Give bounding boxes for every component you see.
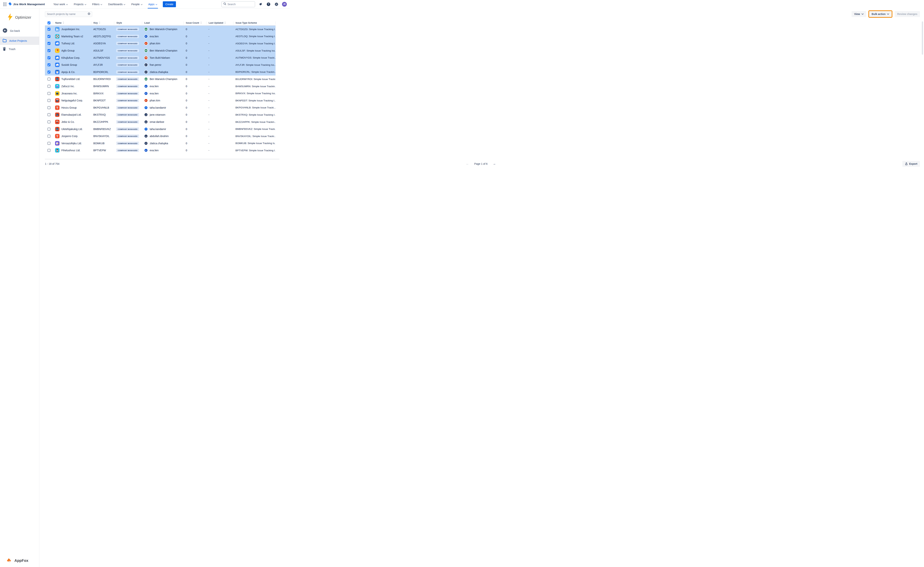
project-key-cell: BOMKUB — [91, 142, 114, 145]
row-checkbox[interactable] — [48, 78, 50, 81]
table-row[interactable]: Uletefojakukig Ltd.BMBNFBSVKZCOMPANY MAN… — [45, 125, 275, 133]
issue-type-scheme-cell: ACTDGZG: Simple Issue Tracking I... — [233, 28, 275, 31]
issue-type-scheme: ACTDGZG: Simple Issue Tracking I... — [236, 28, 275, 31]
nav-item-your-work[interactable]: Your work — [50, 0, 71, 9]
project-key: BPTVEPW — [93, 149, 106, 152]
app-switcher-icon[interactable] — [2, 0, 8, 9]
table-row[interactable]: Etamubazjod Ltd.BKSTRXQCOMPANY MANAGEDJj… — [45, 111, 275, 118]
issue-type-scheme-cell: BMBNFBSVKZ: Simple Issue Track... — [233, 128, 275, 130]
nav-item-filters[interactable]: Filters — [89, 0, 105, 9]
row-checkbox[interactable] — [48, 28, 50, 31]
table-row[interactable]: Hovzu GroupBKPGVHNLBCOMPANY MANAGEDTtaha… — [45, 104, 275, 111]
row-checkbox[interactable] — [48, 85, 50, 88]
row-checkbox[interactable] — [48, 49, 50, 52]
row-checkbox[interactable] — [48, 135, 50, 138]
row-checkbox[interactable] — [48, 142, 50, 145]
row-checkbox[interactable] — [48, 92, 50, 95]
table-row[interactable]: Josjanro Corp.BNVSKAYOILCOMPANY MANAGEDA… — [45, 133, 275, 140]
sidebar-item-trash[interactable]: Trash — [0, 45, 39, 53]
table-row[interactable]: Apoju & Co.BDPIORCRLCOMPANY MANAGEDZzlat… — [45, 69, 275, 76]
announcements-icon[interactable] — [258, 2, 263, 7]
table-row[interactable]: Nelgutagaful Corp.BKNPDDTCOMPANY MANAGED… — [45, 97, 275, 104]
create-button[interactable]: Create — [163, 1, 176, 7]
project-lead-cell: Eeva.lien — [142, 92, 183, 95]
table-row[interactable]: Susiok GroupAYLFJRCOMPANY MANAGEDFfran.p… — [45, 62, 275, 69]
table-row[interactable]: Vensazofojku Ltd.BOMKUBCOMPANY MANAGEDZz… — [45, 140, 275, 147]
row-checkbox[interactable] — [48, 35, 50, 38]
project-name: Kihujlufuw Corp. — [62, 56, 80, 59]
sort-arrows-icon[interactable] — [63, 22, 64, 24]
table-row[interactable]: Jebiz & Co.BKZZJHPPKCOMPANY MANAGEDOomar… — [45, 118, 275, 126]
jira-brand[interactable]: Jira Work Management — [9, 2, 45, 6]
project-search-input[interactable] — [47, 12, 87, 15]
issue-type-scheme-cell: BHWSUMRN: Simple Issue Trackin... — [233, 85, 275, 88]
table-row[interactable]: Marketing Team v2AEOTLOQTFGCOMPANY MANAG… — [45, 33, 275, 40]
table-row[interactable]: Jinaceara Inc.BIRKIVXCOMPANY MANAGEDEeva… — [45, 90, 275, 97]
table-body: Juupobejani Inc.ACTDGZGCOMPANY MANAGEDBW… — [45, 26, 275, 154]
ufo-icon — [55, 84, 60, 88]
table-row[interactable]: Kihujlufuw Corp.AUTMOVYGSCOMPANY MANAGED… — [45, 54, 275, 62]
optimizer-brand: Optimizer — [0, 9, 39, 26]
column-header-last-updated[interactable]: Last Updated — [206, 21, 233, 25]
help-icon[interactable]: ? — [266, 2, 271, 7]
style-badge: COMPANY MANAGED — [116, 106, 139, 110]
go-back-button[interactable]: Go back — [0, 26, 39, 37]
project-style-cell: COMPANY MANAGED — [114, 148, 142, 152]
table-row[interactable]: Tujifunekbel Ltd.BGJORMYROICOMPANY MANAG… — [45, 75, 275, 83]
column-header-issue-count[interactable]: Issue Count — [183, 21, 206, 25]
table-row[interactable]: Tuthooj Ltd.ASOEGYACOMPANY MANAGEDPphan.… — [45, 40, 275, 47]
sidebar-item-active-projects[interactable]: Active Projects — [0, 37, 39, 45]
last-updated: - — [209, 42, 209, 45]
column-header-issue-type-scheme[interactable]: Issue Type Scheme — [233, 21, 275, 25]
project-search[interactable] — [45, 11, 92, 17]
project-name-cell: Hovzu Group — [53, 105, 91, 110]
chevron-down-icon — [101, 3, 102, 6]
sort-arrows-icon[interactable] — [224, 22, 226, 24]
row-checkbox[interactable] — [48, 106, 50, 109]
nav-item-dashboards[interactable]: Dashboards — [105, 0, 128, 9]
row-checkbox[interactable] — [48, 70, 50, 74]
project-name-cell: Jinaceara Inc. — [53, 91, 91, 96]
row-checkbox[interactable] — [48, 149, 50, 152]
jira-logo-icon — [9, 2, 12, 6]
project-style-cell: COMPANY MANAGED — [114, 135, 142, 138]
style-badge: COMPANY MANAGED — [116, 128, 139, 131]
column-header-lead[interactable]: Lead — [142, 21, 183, 25]
coffee-icon — [55, 148, 60, 153]
nav-item-apps[interactable]: Apps — [146, 0, 160, 9]
table-row[interactable]: Zafuczi Inc.BHWSUMRNCOMPANY MANAGEDEeva.… — [45, 83, 275, 90]
table-row[interactable]: Agfo GroupASULSFCOMPANY MANAGEDBWBen War… — [45, 47, 275, 54]
select-all-checkbox[interactable] — [48, 21, 50, 24]
project-key: BKSTRXQ — [93, 113, 106, 116]
row-checkbox[interactable] — [48, 63, 50, 66]
nav-item-people[interactable]: People — [128, 0, 145, 9]
last-updated-cell: - — [206, 70, 233, 74]
clear-search-icon[interactable] — [87, 12, 90, 16]
sort-arrows-icon[interactable] — [99, 22, 100, 24]
sort-arrows-icon[interactable] — [200, 22, 202, 24]
row-checkbox[interactable] — [48, 120, 50, 123]
nav-item-projects[interactable]: Projects — [71, 0, 89, 9]
row-checkbox[interactable] — [48, 113, 50, 116]
row-checkbox[interactable] — [48, 128, 50, 130]
lead-avatar: E — [144, 84, 148, 88]
project-name-cell: Juupobejani Inc. — [53, 27, 91, 32]
project-name: Juupobejani Inc. — [62, 28, 80, 31]
column-header-name[interactable]: Name — [53, 21, 91, 25]
column-header-style[interactable]: Style — [114, 21, 142, 25]
row-checkbox[interactable] — [48, 56, 50, 59]
lead-avatar: O — [144, 120, 148, 124]
global-search-input[interactable] — [227, 3, 250, 6]
lead-avatar: E — [144, 92, 148, 95]
settings-gear-icon[interactable] — [274, 2, 279, 7]
last-updated-cell: - — [206, 135, 233, 138]
column-header-key[interactable]: Key — [91, 21, 114, 25]
global-search[interactable] — [221, 1, 255, 7]
table-row[interactable]: Juupobejani Inc.ACTDGZGCOMPANY MANAGEDBW… — [45, 26, 275, 33]
last-updated: - — [209, 35, 209, 38]
row-checkbox[interactable] — [48, 99, 50, 102]
issue-type-scheme-cell: ASULSF: Simple Issue Tracking Iss... — [233, 49, 275, 52]
table-row[interactable]: Fiheluohvuc Ltd.BPTVEPWCOMPANY MANAGEDEe… — [45, 147, 275, 154]
row-checkbox[interactable] — [48, 42, 50, 45]
user-avatar[interactable]: JR — [282, 2, 287, 7]
